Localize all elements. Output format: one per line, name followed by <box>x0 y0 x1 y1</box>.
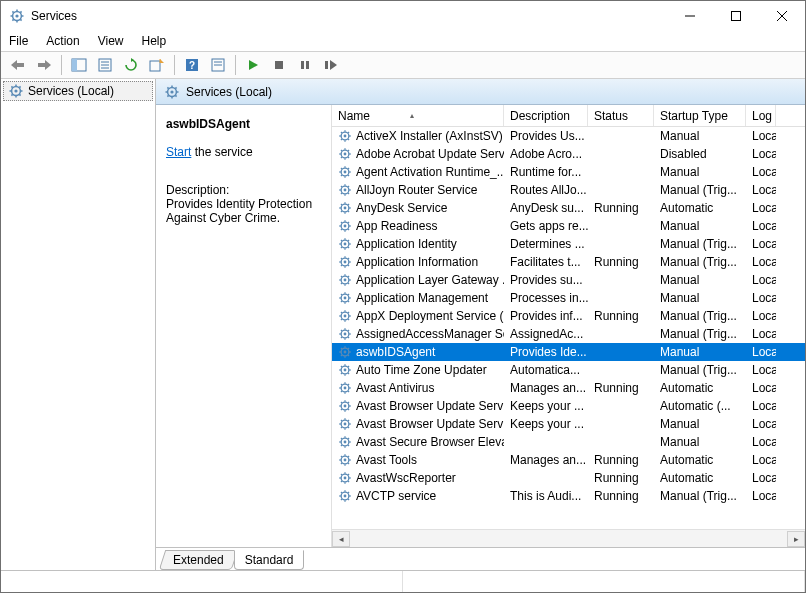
export-list-button[interactable] <box>145 54 169 76</box>
service-row[interactable]: App ReadinessGets apps re...ManualLoca <box>332 217 805 235</box>
service-row[interactable]: Application InformationFacilitates t...R… <box>332 253 805 271</box>
svg-rect-15 <box>17 63 24 67</box>
cell-name: AnyDesk Service <box>332 201 504 215</box>
service-row[interactable]: AllJoyn Router ServiceRoutes AllJo...Man… <box>332 181 805 199</box>
menu-action[interactable]: Action <box>44 33 81 49</box>
show-hide-tree-button[interactable] <box>67 54 91 76</box>
service-row[interactable]: Application ManagementProcesses in...Man… <box>332 289 805 307</box>
service-row[interactable]: Application Layer Gateway ...Provides su… <box>332 271 805 289</box>
cell-startup: Automatic (... <box>654 399 746 413</box>
pause-service-button[interactable] <box>293 54 317 76</box>
nav-tree[interactable]: Services (Local) <box>1 79 156 570</box>
service-row[interactable]: AssignedAccessManager Se...AssignedAc...… <box>332 325 805 343</box>
cell-logon: Loca <box>746 273 776 287</box>
col-status[interactable]: Status <box>588 105 654 126</box>
service-list[interactable]: ActiveX Installer (AxInstSV)Provides Us.… <box>332 127 805 529</box>
scroll-left-button[interactable]: ◂ <box>332 531 350 547</box>
nav-root-label: Services (Local) <box>28 84 114 98</box>
cell-logon: Loca <box>746 435 776 449</box>
col-description[interactable]: Description <box>504 105 588 126</box>
cell-name: Avast Antivirus <box>332 381 504 395</box>
start-service-button[interactable] <box>241 54 265 76</box>
help-button[interactable]: ? <box>180 54 204 76</box>
menu-view[interactable]: View <box>96 33 126 49</box>
cell-status: Running <box>588 309 654 323</box>
cell-desc: Provides inf... <box>504 309 588 323</box>
cell-startup: Manual (Trig... <box>654 489 746 503</box>
selected-service-name: aswbIDSAgent <box>166 117 321 131</box>
service-row[interactable]: Avast Secure Browser Elevat...ManualLoca <box>332 433 805 451</box>
service-row[interactable]: ActiveX Installer (AxInstSV)Provides Us.… <box>332 127 805 145</box>
cell-name: Application Identity <box>332 237 504 251</box>
gear-icon <box>338 237 352 251</box>
service-row[interactable]: Avast Browser Update Servi...Keeps your … <box>332 397 805 415</box>
cell-name: Avast Browser Update Servi... <box>332 417 504 431</box>
menu-file[interactable]: File <box>7 33 30 49</box>
start-service-link[interactable]: Start <box>166 145 191 159</box>
back-button[interactable] <box>6 54 30 76</box>
close-button[interactable] <box>759 1 805 31</box>
service-row[interactable]: AvastWscReporterRunningAutomaticLoca <box>332 469 805 487</box>
stop-service-button[interactable] <box>267 54 291 76</box>
cell-name: Auto Time Zone Updater <box>332 363 504 377</box>
service-row[interactable]: aswbIDSAgentProvides Ide...ManualLoca <box>332 343 805 361</box>
gear-icon <box>164 84 180 100</box>
refresh-button[interactable] <box>119 54 143 76</box>
gear-icon <box>338 219 352 233</box>
cell-logon: Loca <box>746 417 776 431</box>
cell-status: Running <box>588 471 654 485</box>
tab-standard[interactable]: Standard <box>234 550 305 570</box>
menu-help[interactable]: Help <box>140 33 169 49</box>
statusbar <box>1 570 805 592</box>
minimize-button[interactable] <box>667 1 713 31</box>
forward-button[interactable] <box>32 54 56 76</box>
cell-logon: Loca <box>746 381 776 395</box>
service-row[interactable]: AppX Deployment Service (...Provides inf… <box>332 307 805 325</box>
cell-logon: Loca <box>746 219 776 233</box>
service-row[interactable]: Adobe Acrobat Update Serv...Adobe Acro..… <box>332 145 805 163</box>
cell-desc: Determines ... <box>504 237 588 251</box>
main-content: aswbIDSAgent Start the service Descripti… <box>156 105 805 548</box>
service-row[interactable]: Avast ToolsManages an...RunningAutomatic… <box>332 451 805 469</box>
cell-logon: Loca <box>746 129 776 143</box>
maximize-button[interactable] <box>713 1 759 31</box>
cell-desc: Facilitates t... <box>504 255 588 269</box>
svg-rect-19 <box>72 59 77 71</box>
cell-logon: Loca <box>746 471 776 485</box>
col-startup[interactable]: Startup Type <box>654 105 746 126</box>
service-row[interactable]: AnyDesk ServiceAnyDesk su...RunningAutom… <box>332 199 805 217</box>
gear-icon <box>338 453 352 467</box>
cell-desc: Gets apps re... <box>504 219 588 233</box>
svg-text:?: ? <box>189 60 195 71</box>
col-name[interactable]: Name▴ <box>332 105 504 126</box>
cell-desc: Manages an... <box>504 381 588 395</box>
gear-icon <box>338 435 352 449</box>
tab-extended[interactable]: Extended <box>159 550 238 570</box>
service-row[interactable]: Application IdentityDetermines ...Manual… <box>332 235 805 253</box>
col-logon[interactable]: Log <box>746 105 776 126</box>
cell-status: Running <box>588 453 654 467</box>
cell-name: AVCTP service <box>332 489 504 503</box>
service-row[interactable]: Agent Activation Runtime_...Runtime for.… <box>332 163 805 181</box>
cell-name: Application Information <box>332 255 504 269</box>
svg-rect-34 <box>275 61 283 69</box>
column-headers: Name▴ Description Status Startup Type Lo… <box>332 105 805 127</box>
cell-name: Avast Browser Update Servi... <box>332 399 504 413</box>
properties-button[interactable] <box>93 54 117 76</box>
gear-icon <box>338 273 352 287</box>
scroll-right-button[interactable]: ▸ <box>787 531 805 547</box>
cell-status: Running <box>588 381 654 395</box>
restart-service-button[interactable] <box>319 54 343 76</box>
service-row[interactable]: AVCTP serviceThis is Audi...RunningManua… <box>332 487 805 505</box>
service-row[interactable]: Avast Browser Update Servi...Keeps your … <box>332 415 805 433</box>
nav-root-item[interactable]: Services (Local) <box>3 81 153 101</box>
help2-button[interactable] <box>206 54 230 76</box>
detail-pane: aswbIDSAgent Start the service Descripti… <box>156 105 331 547</box>
service-row[interactable]: Avast AntivirusManages an...RunningAutom… <box>332 379 805 397</box>
cell-logon: Loca <box>746 399 776 413</box>
service-row[interactable]: Auto Time Zone UpdaterAutomatica...Manua… <box>332 361 805 379</box>
cell-desc: Routes AllJo... <box>504 183 588 197</box>
h-scrollbar[interactable]: ◂ ▸ <box>332 529 805 547</box>
toolbar-sep <box>61 55 62 75</box>
gear-icon <box>338 489 352 503</box>
